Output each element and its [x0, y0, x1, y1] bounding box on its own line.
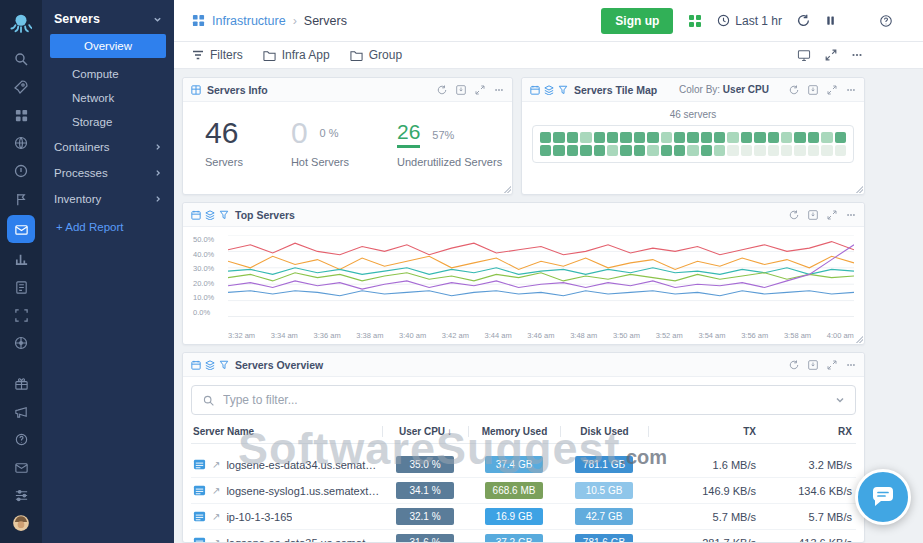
server-tile[interactable]: [634, 132, 645, 143]
logs-icon[interactable]: [7, 215, 35, 243]
server-tile[interactable]: [741, 145, 752, 156]
table-row[interactable]: ↗logsene-syslog1.us.sematext.c...34.1 %6…: [191, 478, 856, 504]
server-tile[interactable]: [741, 132, 752, 143]
table-row[interactable]: ↗ip-10-1-3-16532.1 %16.9 GB42.7 GB5.7 MB…: [191, 504, 856, 530]
table-row[interactable]: ↗logsene-es-data35.us.sematex...31.6 %37…: [191, 530, 856, 542]
resize-handle[interactable]: [855, 185, 863, 193]
mail-icon[interactable]: [7, 455, 35, 479]
server-tile[interactable]: [727, 145, 738, 156]
server-tile[interactable]: [754, 145, 765, 156]
server-tile[interactable]: [661, 132, 672, 143]
add-report-button[interactable]: + Add Report: [42, 212, 174, 242]
sidebar-item-storage[interactable]: Storage: [42, 110, 174, 134]
group-button[interactable]: Group: [350, 48, 402, 62]
time-range-selector[interactable]: Last 1 hr: [717, 14, 782, 28]
server-name-cell[interactable]: ↗logsene-syslog1.us.sematext.c...: [191, 484, 382, 497]
open-link-icon[interactable]: ↗: [212, 485, 220, 496]
server-tile[interactable]: [701, 145, 712, 156]
col-disk-used[interactable]: Disk Used: [560, 426, 648, 437]
apps-launcher-icon[interactable]: [688, 14, 702, 28]
server-tile[interactable]: [701, 132, 712, 143]
server-tile[interactable]: [661, 145, 672, 156]
server-tile[interactable]: [768, 145, 779, 156]
server-tile[interactable]: [754, 132, 765, 143]
open-link-icon[interactable]: ↗: [212, 511, 220, 522]
help-circle-icon[interactable]: [7, 427, 35, 451]
network-icon[interactable]: [7, 331, 35, 355]
col-rx[interactable]: RX: [756, 426, 856, 437]
server-tile[interactable]: [727, 132, 738, 143]
expand-icon[interactable]: [827, 210, 837, 220]
server-name-cell[interactable]: ↗logsene-es-data34.us.sematex...: [191, 458, 382, 471]
server-tile[interactable]: [580, 132, 591, 143]
search-icon[interactable]: [7, 47, 35, 71]
sidebar-item-overview[interactable]: Overview: [50, 34, 166, 58]
resize-handle[interactable]: [855, 335, 863, 343]
pause-icon[interactable]: [825, 15, 836, 26]
col-tx[interactable]: TX: [648, 426, 756, 437]
infra-app-button[interactable]: Infra App: [263, 48, 330, 62]
col-user-cpu[interactable]: User CPU↓: [382, 426, 468, 437]
server-tile[interactable]: [553, 145, 564, 156]
reports-icon[interactable]: [7, 275, 35, 299]
more-icon[interactable]: [846, 85, 856, 95]
shortcuts-icon[interactable]: [7, 483, 35, 507]
server-tile[interactable]: [714, 145, 725, 156]
help-icon[interactable]: [879, 14, 893, 28]
server-tile[interactable]: [821, 132, 832, 143]
filter-input[interactable]: [223, 393, 827, 407]
server-tile[interactable]: [607, 132, 618, 143]
server-tile[interactable]: [620, 132, 631, 143]
server-tile[interactable]: [781, 145, 792, 156]
server-tile[interactable]: [553, 132, 564, 143]
sematext-logo[interactable]: [7, 9, 35, 37]
sign-up-button[interactable]: Sign up: [601, 8, 673, 34]
save-icon[interactable]: [456, 85, 466, 95]
color-by-selector[interactable]: Color By: User CPU: [679, 84, 769, 95]
sidebar-item-processes[interactable]: Processes: [42, 160, 174, 186]
refresh-icon[interactable]: [789, 85, 799, 95]
chat-widget-button[interactable]: [855, 469, 911, 525]
user-avatar[interactable]: [7, 511, 35, 535]
sidebar-item-inventory[interactable]: Inventory: [42, 186, 174, 212]
flag-icon[interactable]: [7, 187, 35, 211]
server-tile[interactable]: [647, 145, 658, 156]
sidebar-item-network[interactable]: Network: [42, 86, 174, 110]
more-icon[interactable]: [846, 360, 856, 370]
refresh-icon[interactable]: [797, 14, 810, 27]
server-tile[interactable]: [620, 145, 631, 156]
server-tile[interactable]: [634, 145, 645, 156]
refresh-icon[interactable]: [789, 210, 799, 220]
server-tile[interactable]: [567, 132, 578, 143]
refresh-icon[interactable]: [437, 85, 447, 95]
expand-icon[interactable]: [827, 360, 837, 370]
server-tile[interactable]: [580, 145, 591, 156]
server-tile[interactable]: [540, 145, 551, 156]
server-tile[interactable]: [647, 132, 658, 143]
col-server-name[interactable]: Server Name: [191, 426, 382, 437]
scan-icon[interactable]: [7, 303, 35, 327]
more-icon[interactable]: [846, 210, 856, 220]
filters-button[interactable]: Filters: [192, 48, 243, 62]
server-tile[interactable]: [674, 132, 685, 143]
save-icon[interactable]: [808, 210, 818, 220]
open-link-icon[interactable]: ↗: [212, 537, 220, 542]
monitor-icon[interactable]: [797, 49, 811, 62]
open-link-icon[interactable]: ↗: [212, 459, 220, 470]
table-row[interactable]: ↗logsene-es-data34.us.sematex...35.0 %37…: [191, 452, 856, 478]
server-tile[interactable]: [594, 145, 605, 156]
save-icon[interactable]: [808, 360, 818, 370]
server-tile[interactable]: [674, 145, 685, 156]
server-tile[interactable]: [567, 145, 578, 156]
server-tile[interactable]: [808, 145, 819, 156]
col-memory-used[interactable]: Memory Used: [468, 426, 560, 437]
server-tile[interactable]: [835, 145, 846, 156]
server-tile[interactable]: [781, 132, 792, 143]
server-tile[interactable]: [607, 145, 618, 156]
rocket-icon[interactable]: [7, 75, 35, 99]
server-tile[interactable]: [540, 132, 551, 143]
fullscreen-icon[interactable]: [825, 49, 837, 61]
sidebar-item-compute[interactable]: Compute: [42, 62, 174, 86]
server-tile[interactable]: [714, 132, 725, 143]
announcements-icon[interactable]: [7, 399, 35, 423]
